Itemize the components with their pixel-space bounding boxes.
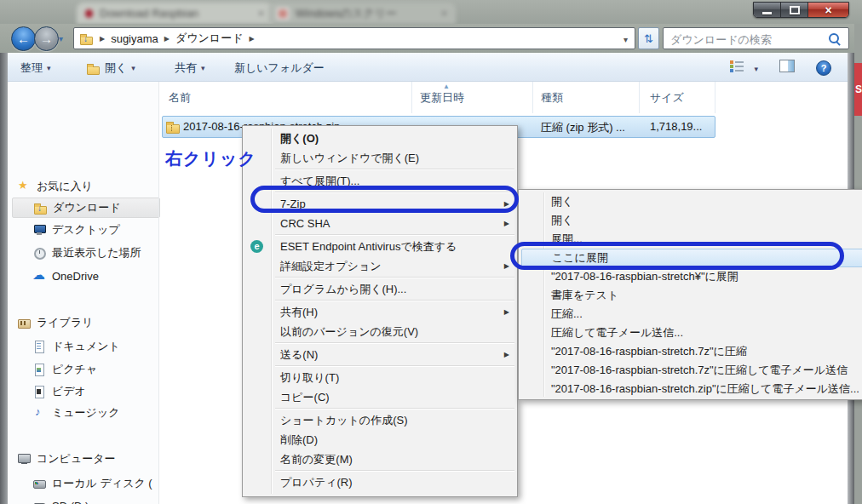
column-divider[interactable] <box>715 82 715 113</box>
address-dropdown-icon[interactable]: ▾ <box>624 35 628 44</box>
open-label: 開く <box>105 60 127 76</box>
submenu-item-open-2[interactable]: 開く <box>519 211 862 230</box>
sidebar-item-pictures[interactable]: ピクチャ <box>32 360 97 379</box>
favorites-star-icon <box>17 180 32 193</box>
menu-separator <box>275 192 514 192</box>
restore-button[interactable] <box>781 3 808 17</box>
submenu-arrow-icon: ▶ <box>504 214 509 233</box>
submenu-item-compress[interactable]: 圧縮... <box>519 305 862 324</box>
menu-item-extract-all[interactable]: すべて展開(T)... <box>243 171 517 191</box>
tab-close-icon: × <box>258 8 264 20</box>
sidebar-label: ピクチャ <box>52 362 97 377</box>
help-button[interactable]: ? <box>816 60 831 76</box>
submenu-item-compress-to-zip-email[interactable]: "2017-08-16-raspbian-stretch.zip"に圧縮して電子… <box>519 380 862 398</box>
open-folder-icon <box>86 61 101 75</box>
menu-item-rename[interactable]: 名前の変更(M) <box>243 450 517 469</box>
menu-item-create-shortcut[interactable]: ショートカットの作成(S) <box>243 410 517 430</box>
titlebar: Download Raspbian × Windowsのスクリー × × <box>0 0 862 24</box>
history-dropdown-icon[interactable]: ▾ <box>59 34 63 43</box>
menu-item-advanced-options[interactable]: 詳細設定オプション ▶ <box>243 256 517 276</box>
view-button[interactable]: ▾ <box>730 60 758 75</box>
column-headers: 名前 ▲ 更新日時 種類 サイズ <box>159 82 848 113</box>
sidebar-item-local-disk[interactable]: ローカル ディスク ( <box>32 474 152 493</box>
command-toolbar: 整理 ▾ 開く ▾ 共有 ▾ 新しいフォルダー ▾ ? <box>8 53 848 82</box>
column-header-date[interactable]: 更新日時 <box>420 90 464 106</box>
menu-item-share[interactable]: 共有(H) ▶ <box>243 302 517 322</box>
navigation-pane: お気に入り ↓ ダウンロード デスクトップ 最近表示した場所 OneDrive … <box>8 82 158 504</box>
minimize-button[interactable] <box>754 3 781 17</box>
open-button[interactable]: 開く ▾ <box>83 59 139 77</box>
menu-item-crc-sha[interactable]: CRC SHA ▶ <box>243 214 517 233</box>
sidebar-item-desktop[interactable]: デスクトップ <box>32 220 120 239</box>
submenu-item-compress-and-email[interactable]: 圧縮して電子メール送信... <box>519 324 862 342</box>
search-input[interactable] <box>669 30 825 49</box>
sidebar-label: ミュージック <box>52 405 120 421</box>
eset-icon: e <box>250 240 263 253</box>
background-tab-label: Windowsのスクリー <box>296 6 397 21</box>
column-divider[interactable] <box>532 82 533 113</box>
search-box[interactable] <box>663 27 849 49</box>
sidebar-item-downloads[interactable]: ↓ ダウンロード <box>12 198 160 218</box>
recent-places-icon <box>32 246 47 260</box>
submenu-arrow-icon: ▶ <box>504 345 509 364</box>
search-icon[interactable] <box>828 32 842 46</box>
organize-button[interactable]: 整理 ▾ <box>17 59 55 77</box>
sidebar-item-videos[interactable]: ビデオ <box>32 382 86 401</box>
menu-item-send-to[interactable]: 送る(N) ▶ <box>243 345 517 364</box>
sidebar-item-onedrive[interactable]: OneDrive <box>32 266 99 285</box>
sidebar-item-sd-drive[interactable]: SD (D:) <box>32 496 89 504</box>
submenu-item-open-1[interactable]: 開く <box>519 192 862 211</box>
sidebar-label: コンピューター <box>37 451 116 467</box>
submenu-item-compress-to-7z-email[interactable]: "2017-08-16-raspbian-stretch.7z"に圧縮して電子メ… <box>519 361 862 380</box>
7zip-submenu: 開く 開く 展開... ここに展開 "2017-08-16-raspbian-s… <box>518 189 862 400</box>
breadcrumb-item-user[interactable]: sugiyama <box>111 32 158 45</box>
submenu-item-extract-to-folder[interactable]: "2017-08-16-raspbian-stretch¥"に展開 <box>519 267 862 286</box>
annotation-right-click: 右クリック <box>165 147 256 170</box>
refresh-button[interactable]: ⇅ <box>638 27 659 49</box>
sidebar-group-libraries[interactable]: ライブラリ <box>17 313 94 332</box>
sidebar-item-documents[interactable]: ドキュメント <box>32 337 120 356</box>
menu-item-open-new-window[interactable]: 新しいウィンドウで開く(E) <box>243 148 517 168</box>
submenu-item-extract-here[interactable]: ここに展開 <box>521 249 862 267</box>
column-divider[interactable] <box>639 82 640 113</box>
back-button[interactable]: ← <box>11 26 36 51</box>
menu-item-properties[interactable]: プロパティ(R) <box>243 472 517 492</box>
window-border-left <box>0 53 8 504</box>
menu-separator <box>275 300 514 301</box>
window-controls: × <box>753 2 849 18</box>
submenu-item-extract[interactable]: 展開... <box>519 230 862 249</box>
sidebar-group-favorites[interactable]: お気に入り <box>17 177 93 196</box>
column-header-size[interactable]: サイズ <box>650 90 684 106</box>
menu-item-cut[interactable]: 切り取り(T) <box>243 368 517 387</box>
column-divider[interactable] <box>411 82 412 113</box>
sidebar-group-computer[interactable]: コンピューター <box>17 450 116 468</box>
sd-drive-icon <box>32 499 47 504</box>
share-button[interactable]: 共有 ▾ <box>171 59 209 77</box>
menu-item-open-with[interactable]: プログラムから開く(H)... <box>243 279 517 299</box>
menu-item-restore-previous[interactable]: 以前のバージョンの復元(V) <box>243 322 517 341</box>
sidebar-item-music[interactable]: ミュージック <box>32 404 120 422</box>
menu-item-7zip[interactable]: 7-Zip ▶ <box>243 194 517 214</box>
sidebar-item-recent-places[interactable]: 最近表示した場所 <box>32 243 141 262</box>
close-button[interactable]: × <box>808 3 848 17</box>
menu-item-delete[interactable]: 削除(D) <box>243 430 517 450</box>
menu-item-eset-scan[interactable]: e ESET Endpoint Antivirusで検査する <box>243 237 517 256</box>
forward-button[interactable]: → <box>34 26 59 51</box>
context-menu: 開く(O) 新しいウィンドウで開く(E) すべて展開(T)... 7-Zip ▶… <box>242 125 518 497</box>
menu-separator <box>275 408 514 409</box>
breadcrumb-item-downloads[interactable]: ダウンロード <box>175 31 244 46</box>
menu-item-label: 送る(N) <box>280 348 318 361</box>
submenu-item-compress-to-7z[interactable]: "2017-08-16-raspbian-stretch.7z"に圧縮 <box>519 342 862 361</box>
sidebar-label: 最近表示した場所 <box>52 245 141 261</box>
onedrive-cloud-icon <box>32 269 47 283</box>
menu-item-copy[interactable]: コピー(C) <box>243 387 517 407</box>
column-header-name[interactable]: 名前 <box>169 90 191 106</box>
new-folder-button[interactable]: 新しいフォルダー <box>231 59 328 77</box>
address-bar: ← → ▾ ↓ ▶ sugiyama ▶ ダウンロード ▶ ▾ ⇅ <box>0 24 854 53</box>
preview-pane-button[interactable] <box>779 60 795 76</box>
breadcrumb[interactable]: ↓ ▶ sugiyama ▶ ダウンロード ▶ ▾ <box>73 27 635 49</box>
submenu-item-test-archive[interactable]: 書庫をテスト <box>519 286 862 305</box>
organize-label: 整理 <box>20 60 43 76</box>
column-header-type[interactable]: 種類 <box>541 90 563 106</box>
menu-item-open[interactable]: 開く(O) <box>243 129 517 148</box>
